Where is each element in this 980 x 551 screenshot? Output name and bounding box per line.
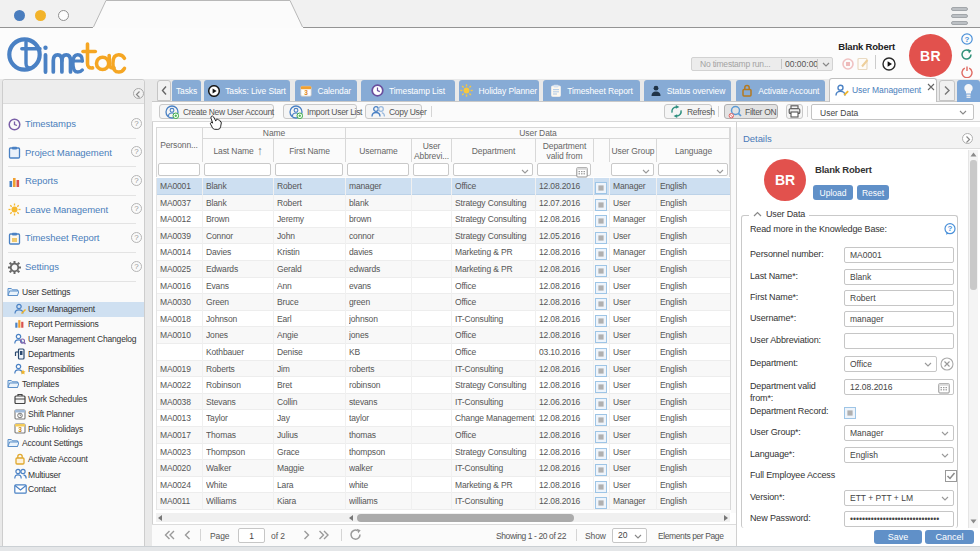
svg-text:3: 3 <box>305 89 309 96</box>
svg-text:?: ? <box>965 35 970 44</box>
svg-text:3: 3 <box>18 426 22 433</box>
svg-text:?: ? <box>948 224 953 233</box>
